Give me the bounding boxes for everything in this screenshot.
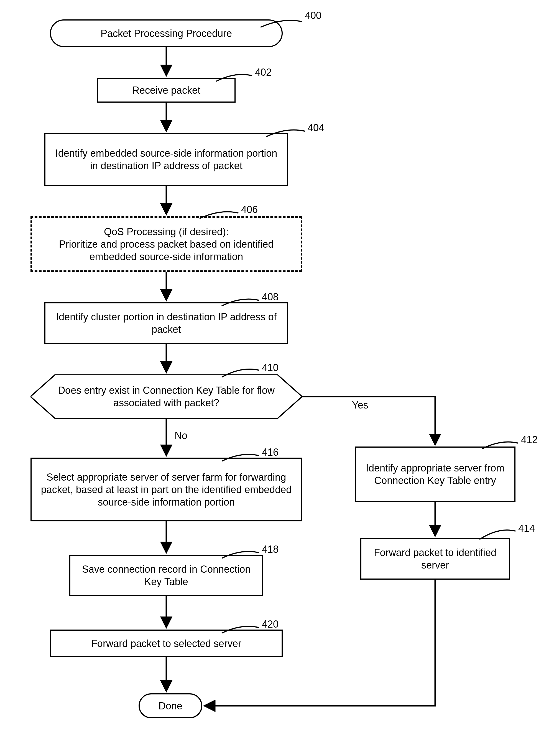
edge-402-404	[165, 103, 167, 136]
edge-408-410	[165, 344, 167, 377]
ref-414: 414	[518, 523, 535, 534]
node-416: Select appropriate server of server farm…	[30, 458, 302, 521]
edge-404-406	[165, 186, 167, 219]
flowchart-canvas: Packet Processing Procedure Receive pack…	[11, 11, 548, 745]
edge-410-412	[302, 395, 438, 453]
ref-412: 412	[521, 434, 538, 446]
node-402-text: Receive packet	[132, 84, 200, 96]
leader-408	[222, 298, 262, 310]
ref-406: 406	[241, 204, 258, 215]
ref-410: 410	[262, 362, 278, 373]
node-408-text: Identify cluster portion in destination …	[51, 310, 282, 336]
leader-404	[266, 129, 308, 141]
edge-label-no: No	[175, 430, 187, 441]
node-done-text: Done	[158, 700, 182, 712]
leader-412	[482, 441, 521, 453]
edge-406-408	[165, 272, 167, 305]
edge-414-done	[202, 580, 438, 712]
leader-418	[222, 550, 262, 562]
leader-406	[200, 211, 241, 222]
edge-416-418	[165, 521, 167, 557]
node-410-decision: Does entry exist in Connection Key Table…	[30, 374, 302, 419]
node-412: Identify appropriate server from Connect…	[355, 447, 515, 502]
node-400-terminator: Packet Processing Procedure	[50, 19, 283, 47]
ref-416: 416	[262, 447, 278, 458]
node-done-terminator: Done	[139, 693, 202, 718]
edge-412-414	[434, 502, 436, 541]
leader-402	[216, 73, 255, 85]
node-412-text: Identify appropriate server from Connect…	[361, 462, 509, 487]
node-404-text: Identify embedded source-side informatio…	[51, 147, 282, 172]
node-402: Receive packet	[97, 78, 236, 103]
ref-404: 404	[308, 122, 324, 134]
leader-410	[222, 369, 262, 381]
node-400-text: Packet Processing Procedure	[100, 27, 232, 40]
node-410-text: Does entry exist in Connection Key Table…	[53, 384, 280, 409]
node-404: Identify embedded source-side informatio…	[44, 133, 288, 186]
edge-label-yes: Yes	[352, 399, 368, 411]
ref-418: 418	[262, 544, 278, 555]
node-416-text: Select appropriate server of server farm…	[37, 471, 295, 509]
ref-408: 408	[262, 291, 278, 303]
edge-400-402	[165, 47, 167, 80]
ref-402: 402	[255, 67, 272, 78]
node-406: QoS Processing (if desired): Prioritize …	[30, 216, 302, 272]
leader-416	[222, 453, 262, 465]
node-414: Forward packet to identified server	[360, 538, 510, 580]
leader-414	[479, 530, 518, 543]
node-406-text-a: QoS Processing (if desired):	[104, 225, 229, 238]
edge-410-416	[165, 419, 167, 460]
ref-400: 400	[305, 10, 321, 21]
edge-420-done	[165, 657, 167, 696]
edge-418-420	[165, 596, 167, 632]
node-406-text-b: Prioritize and process packet based on i…	[38, 238, 295, 263]
node-414-text: Forward packet to identified server	[367, 546, 503, 571]
leader-400	[261, 19, 305, 31]
